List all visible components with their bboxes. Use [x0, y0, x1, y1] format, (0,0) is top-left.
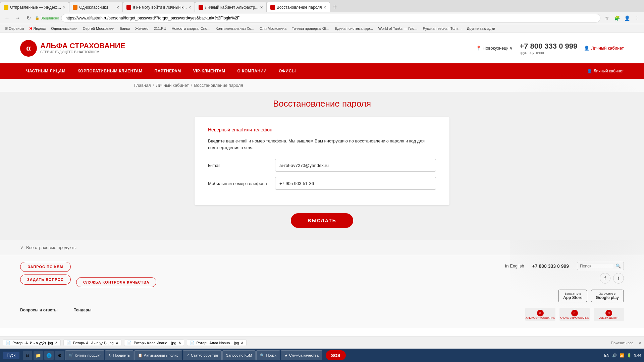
- taskbar-icon-3[interactable]: 🌐: [44, 351, 54, 360]
- taskbar-icon-2[interactable]: 📁: [34, 351, 43, 360]
- tab-close-5[interactable]: ×: [324, 5, 326, 10]
- footer-col-tenders: Тендеры: [74, 308, 114, 321]
- submit-button[interactable]: ВЫСЛАТЬ: [291, 213, 353, 228]
- taskbar-app-search[interactable]: 🔍 Поиск: [256, 350, 280, 360]
- taskbar-icon-1[interactable]: 🖥: [23, 351, 32, 360]
- download-item-2[interactable]: 📄 Ротарь А. И - в.уд1) .jpg ∧: [63, 340, 121, 346]
- expand-icon-2: ∧: [116, 341, 118, 345]
- tab-favicon-4: [199, 5, 203, 10]
- bookmark-kbm[interactable]: Точная проверка КБ...: [290, 26, 331, 31]
- nav-item-partners[interactable]: ПАРТНЁРАМ: [149, 63, 187, 79]
- email-input[interactable]: [275, 159, 436, 172]
- taskbar: Пуск 🖥 📁 🌐 ⚙ 🛒 Купить продукт ↻ Продлить…: [0, 349, 644, 362]
- tab-2[interactable]: Одноклассники ×: [69, 2, 123, 12]
- volume-icon: 🔊: [612, 353, 617, 358]
- back-button[interactable]: ←: [3, 14, 11, 22]
- download-item-4[interactable]: 📄 Ротарь Алла Ивано....jpg ∧: [187, 340, 247, 346]
- tab-label-3: я не могу войти в личный к...: [133, 5, 186, 10]
- start-button[interactable]: Пуск: [3, 352, 19, 359]
- breadcrumb-home[interactable]: Главная: [134, 83, 151, 88]
- taskbar-app-kbm[interactable]: Запрос по КБМ: [222, 350, 256, 360]
- quality-button[interactable]: СЛУЖБА КОНТРОЛЯ КАЧЕСТВА: [76, 277, 156, 287]
- tab-favicon-2: [73, 5, 77, 10]
- logo: α АЛЬФА СТРАХОВАНИЕ СЕРВИС БУДУЩЕГО В НА…: [20, 40, 125, 57]
- all-products-label: Все страховые продукты: [26, 245, 76, 250]
- menu-button[interactable]: ⋮: [633, 14, 641, 22]
- nav-item-vip[interactable]: VIP-КЛИЕНТАМ: [187, 63, 231, 79]
- bookmark-sergey[interactable]: Сергей Московкин: [81, 26, 116, 31]
- cart-icon: 🛒: [69, 353, 73, 358]
- file-icon-3: 📄: [127, 341, 132, 345]
- bookmark-olya[interactable]: Оля Московина: [258, 26, 288, 31]
- forward-button[interactable]: →: [13, 14, 22, 22]
- tab-label-4: Личный кабинет Альфастр...: [205, 5, 259, 10]
- refresh-icon: ↻: [109, 353, 112, 358]
- tab-4[interactable]: Личный кабинет Альфастр... ×: [195, 2, 267, 12]
- nav-icons: ☆ 🧩 👤 ⋮: [602, 14, 641, 22]
- doc-icon: 📋: [138, 353, 143, 358]
- taskbar-app-quality[interactable]: ★ Служба качества: [281, 350, 322, 360]
- bookmark-russia[interactable]: Русская весна | Толь...: [421, 26, 463, 31]
- nav-item-private[interactable]: ЧАСТНЫМ ЛИЦАМ: [20, 63, 71, 79]
- bookmark-star-button[interactable]: ☆: [602, 14, 611, 22]
- company-name: АЛЬФА СТРАХОВАНИЕ: [40, 42, 125, 50]
- email-row: E-mail: [208, 159, 436, 172]
- phone-input[interactable]: [275, 177, 436, 190]
- download-item-3[interactable]: 📄 Ротарь Алла Ивано....jpg ∧: [124, 340, 184, 346]
- profile-button[interactable]: 👤: [623, 14, 631, 22]
- tab-5[interactable]: Восстановление пароля ×: [267, 2, 330, 12]
- check-icon: ✓: [186, 353, 190, 358]
- tab-1[interactable]: Отправленные — Яндекс... ×: [0, 2, 69, 12]
- bookmark-ok[interactable]: Одноклассники: [49, 26, 79, 31]
- breadcrumb-lk[interactable]: Личный кабинет: [156, 83, 189, 88]
- show-all-downloads[interactable]: Показать все: [611, 341, 633, 345]
- taskbar-app-activate[interactable]: 📋 Активировать полис: [134, 350, 182, 360]
- taskbar-icon-4[interactable]: ⚙: [55, 351, 64, 360]
- phone-row: Мобильный номер телефона: [208, 177, 436, 190]
- bookmark-services[interactable]: ⊞ Сервисы: [3, 25, 26, 31]
- tab-3[interactable]: я не могу войти в личный к... ×: [123, 2, 195, 12]
- taskbar-apps: 🛒 Купить продукт ↻ Продлить 📋 Активирова…: [65, 350, 604, 360]
- bookmarks-bar: ⊞ Сервисы Я Яндекс Одноклассники Сергей …: [0, 24, 644, 33]
- refresh-button[interactable]: ↻: [24, 14, 33, 22]
- tab-close-3[interactable]: ×: [189, 5, 191, 10]
- bookmark-banks[interactable]: Банки: [118, 26, 132, 31]
- tab-close-4[interactable]: ×: [260, 5, 263, 10]
- expand-icon-1: ∧: [55, 341, 58, 345]
- taskbar-app-extend[interactable]: ↻ Продлить: [105, 350, 133, 360]
- bookmark-211[interactable]: 211.RU: [152, 26, 168, 31]
- bookmark-others[interactable]: Другие закладки: [465, 26, 497, 31]
- tab-label-1: Отправленные — Яндекс...: [10, 5, 61, 10]
- submit-area: ВЫСЛАТЬ: [134, 213, 510, 228]
- nav-item-about[interactable]: О КОМПАНИИ: [231, 63, 273, 79]
- tab-close-1[interactable]: ×: [63, 5, 65, 10]
- url-bar[interactable]: [61, 14, 600, 22]
- extensions-button[interactable]: 🧩: [612, 14, 621, 22]
- email-label: E-mail: [208, 163, 275, 168]
- nav-item-offices[interactable]: ОФИСЫ: [273, 63, 302, 79]
- download-item-1[interactable]: 📄 Ротарь А. И - в.уд2) .jpg ∧: [3, 340, 61, 346]
- header-location-group: 📍 Новокузнецк ∨: [476, 46, 513, 51]
- sos-button[interactable]: SOS: [326, 350, 346, 360]
- bookmark-iron[interactable]: Железо: [133, 26, 150, 31]
- bookmark-khl[interactable]: Континентальная Хо...: [214, 26, 256, 31]
- taskbar-app-buy[interactable]: 🛒 Купить продукт: [65, 350, 105, 360]
- nav-item-corporate[interactable]: КОРПОРАТИВНЫМ КЛИЕНТАМ: [71, 63, 148, 79]
- taskbar-app-status[interactable]: ✓ Статус события: [183, 350, 222, 360]
- close-downloads-bar[interactable]: ×: [639, 340, 641, 345]
- tab-close-2[interactable]: ×: [116, 5, 119, 10]
- ask-button[interactable]: ЗАДАТЬ ВОПРОС: [20, 275, 71, 285]
- tagline: СЕРВИС БУДУЩЕГО В НАСТОЯЩЕМ: [40, 50, 125, 54]
- kbm-button[interactable]: ЗАПРОС ПО КБМ: [20, 262, 71, 272]
- bookmark-news[interactable]: Новости спорта, Спо...: [170, 26, 212, 31]
- bookmark-esia[interactable]: Единая система иде...: [333, 26, 375, 31]
- footer-left-buttons: ЗАПРОС ПО КБМ ЗАДАТЬ ВОПРОС: [20, 262, 71, 302]
- main-content: Восстановление пароля Неверный email или…: [0, 92, 644, 240]
- tab-bar: Отправленные — Яндекс... × Одноклассники…: [0, 0, 644, 12]
- bookmark-wot[interactable]: World of Tanks — Гло...: [376, 26, 420, 31]
- new-tab-button[interactable]: +: [330, 2, 340, 12]
- bookmark-yandex[interactable]: Я Яндекс: [28, 25, 48, 32]
- breadcrumb-sep-2: /: [191, 83, 192, 88]
- password-recovery-form: Неверный email или телефон Введите ваш e…: [195, 117, 449, 205]
- lock-icon: 🔒: [35, 16, 40, 20]
